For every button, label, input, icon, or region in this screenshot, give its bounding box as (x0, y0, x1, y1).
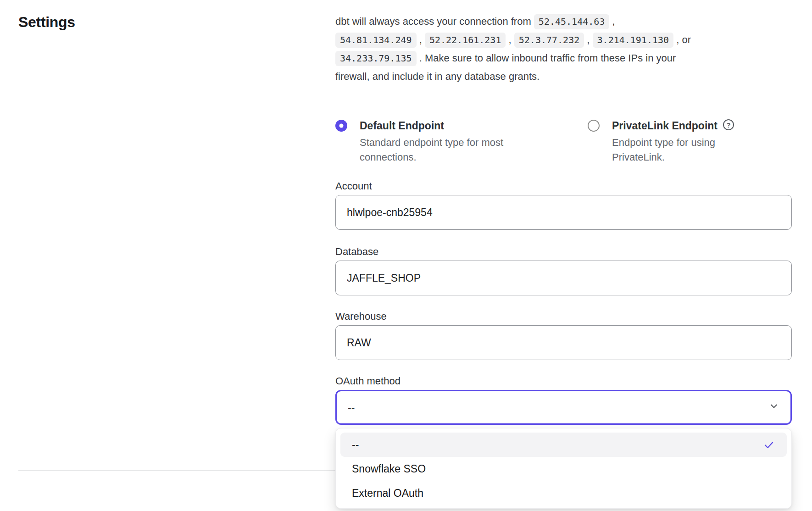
intro-line: 54.81.134.249 , 52.22.161.231 , 52.3.77.… (335, 31, 792, 49)
dropdown-option[interactable]: External OAuth (336, 481, 791, 505)
dropdown-option[interactable]: Snowflake SSO (336, 457, 791, 481)
oauth-method-selected-value: -- (348, 401, 355, 414)
default-endpoint-option[interactable]: Default Endpoint Standard endpoint type … (335, 119, 588, 165)
database-label: Database (335, 246, 792, 258)
dropdown-option-label: -- (352, 439, 359, 451)
ip-chip: 52.3.77.232 (514, 33, 584, 48)
database-field: Database (335, 246, 792, 295)
database-input[interactable] (335, 261, 792, 295)
intro-line: 34.233.79.135 . Make sure to allow inbou… (335, 49, 792, 67)
account-label: Account (335, 180, 792, 192)
default-endpoint-label: Default Endpoint (360, 119, 444, 133)
oauth-method-label: OAuth method (335, 375, 792, 387)
privatelink-endpoint-label: PrivateLink Endpoint (612, 119, 717, 133)
oauth-method-select[interactable]: -- (335, 390, 792, 425)
help-icon[interactable]: ? (723, 119, 734, 130)
settings-main-column: dbt will always access your connection f… (335, 0, 792, 425)
dropdown-option-label: External OAuth (352, 487, 423, 500)
section-divider (18, 470, 335, 471)
privatelink-endpoint-option[interactable]: PrivateLink Endpoint ? Endpoint type for… (588, 119, 750, 165)
intro-line: firewall, and include it in any database… (335, 67, 792, 85)
ip-chip: 52.22.161.231 (425, 33, 506, 48)
privatelink-endpoint-title: PrivateLink Endpoint ? (612, 119, 750, 133)
ip-chip: 52.45.144.63 (534, 14, 610, 29)
account-field: Account (335, 180, 792, 230)
endpoint-type-radio-group: Default Endpoint Standard endpoint type … (335, 119, 792, 165)
dropdown-option[interactable]: -- (340, 433, 787, 457)
default-endpoint-description: Standard endpoint type for most connecti… (360, 135, 543, 165)
oauth-method-field: OAuth method -- (335, 375, 792, 425)
privatelink-endpoint-description: Endpoint type for using PrivateLink. (612, 135, 750, 165)
ip-chip: 3.214.191.130 (593, 33, 674, 48)
account-input[interactable] (335, 195, 792, 230)
oauth-method-dropdown: --Snowflake SSOExternal OAuth (335, 428, 792, 509)
ip-allowlist-text: dbt will always access your connection f… (335, 12, 792, 85)
warehouse-input[interactable] (335, 325, 792, 360)
warehouse-label: Warehouse (335, 311, 792, 322)
ip-chip: 34.233.79.135 (335, 51, 417, 66)
warehouse-field: Warehouse (335, 311, 792, 360)
check-icon (763, 439, 775, 451)
page-title: Settings (18, 14, 75, 31)
dropdown-option-label: Snowflake SSO (352, 463, 426, 475)
chevron-down-icon (768, 400, 779, 414)
radio-unselected-icon[interactable] (588, 120, 600, 132)
default-endpoint-title: Default Endpoint (360, 119, 543, 133)
ip-chip: 54.81.134.249 (335, 33, 417, 48)
radio-selected-icon[interactable] (335, 120, 347, 132)
intro-line: dbt will always access your connection f… (335, 12, 792, 31)
